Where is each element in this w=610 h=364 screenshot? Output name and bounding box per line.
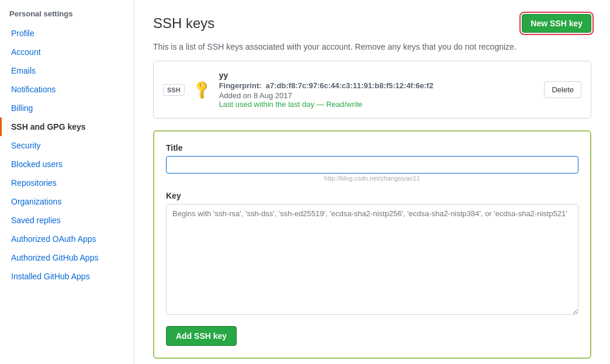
watermark: http://blog.csdn.net/zhangsiyao11 [166, 175, 578, 182]
key-icon: 🔑 [190, 79, 212, 100]
add-key-form: Title http://blog.csdn.net/zhangsiyao11 … [153, 130, 591, 359]
key-added-date: Added on 8 Aug 2017 [219, 91, 535, 100]
ssh-key-card: SSH 🔑 yy Fingerprint: a7:db:f8:7c:97:6c:… [153, 61, 591, 119]
key-textarea[interactable] [166, 204, 578, 315]
sidebar-item-notifications[interactable]: Notifications [0, 80, 134, 99]
sidebar-item-account[interactable]: Account [0, 43, 134, 61]
key-details: yy Fingerprint: a7:db:f8:7c:97:6c:44:c3:… [219, 71, 535, 109]
key-usage[interactable]: Last used within the last day — Read/wri… [219, 100, 535, 109]
key-label: Key [166, 191, 578, 200]
sidebar-item-security[interactable]: Security [0, 136, 134, 155]
page-title: SSH keys [153, 15, 214, 32]
new-ssh-key-button[interactable]: New SSH key [522, 14, 591, 33]
sidebar-item-billing[interactable]: Billing [0, 99, 134, 117]
sidebar-item-blocked-users[interactable]: Blocked users [0, 155, 134, 174]
sidebar-item-emails[interactable]: Emails [0, 61, 134, 80]
sidebar-item-github-apps[interactable]: Authorized GitHub Apps [0, 248, 134, 267]
key-name: yy [219, 71, 535, 80]
sidebar-item-organizations[interactable]: Organizations [0, 192, 134, 211]
main-content: SSH keys New SSH key This is a list of S… [134, 0, 610, 364]
add-ssh-key-button[interactable]: Add SSH key [166, 326, 237, 346]
key-group: Key [166, 191, 578, 317]
sidebar-item-repositories[interactable]: Repositories [0, 174, 134, 192]
page-header: SSH keys New SSH key [153, 14, 591, 33]
sidebar-header: Personal settings [0, 5, 134, 23]
title-input[interactable] [166, 156, 578, 174]
delete-key-button[interactable]: Delete [544, 81, 581, 98]
sidebar-item-oauth-apps[interactable]: Authorized OAuth Apps [0, 230, 134, 248]
ssh-badge: SSH [163, 84, 185, 96]
title-label: Title [166, 143, 578, 152]
sidebar: Personal settings Profile Account Emails… [0, 0, 134, 364]
sidebar-item-profile[interactable]: Profile [0, 24, 134, 43]
sidebar-item-installed-apps[interactable]: Installed GitHub Apps [0, 267, 134, 286]
key-fingerprint: Fingerprint: a7:db:f8:7c:97:6c:44:c3:11:… [219, 81, 535, 90]
title-group: Title http://blog.csdn.net/zhangsiyao11 [166, 143, 578, 182]
fingerprint-label: Fingerprint: [219, 81, 262, 90]
sidebar-item-ssh-gpg-keys[interactable]: SSH and GPG keys [0, 117, 134, 136]
page-description: This is a list of SSH keys associated wi… [153, 42, 591, 51]
sidebar-item-saved-replies[interactable]: Saved replies [0, 211, 134, 230]
fingerprint-value: a7:db:f8:7c:97:6c:44:c3:11:91:b8:f5:12:4… [266, 81, 434, 90]
